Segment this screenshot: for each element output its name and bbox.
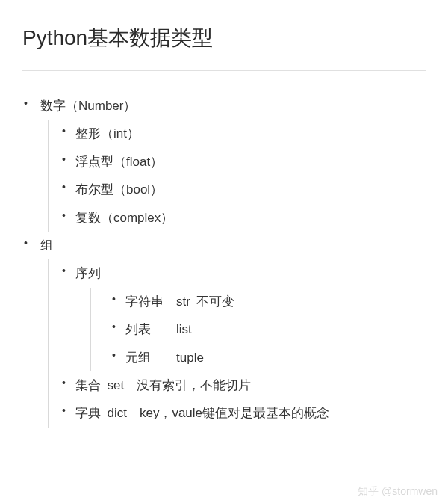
item-label: 复数（complex） bbox=[75, 211, 173, 225]
item-label: 字典 dict key，vaule键值对是最基本的概念 bbox=[75, 406, 329, 420]
list-item: 集合 set 没有索引，不能切片 bbox=[49, 371, 426, 399]
item-label: 组 bbox=[40, 238, 53, 253]
item-label: 浮点型（float） bbox=[75, 155, 163, 169]
list-item: 整形（int） bbox=[49, 120, 426, 147]
item-label: 集合 set 没有索引，不能切片 bbox=[75, 378, 251, 392]
list-item: 序列 字符串 str 不可变 列表 list 元组 tuple bbox=[49, 259, 426, 371]
list-item: 字典 dict key，vaule键值对是最基本的概念 bbox=[49, 399, 426, 427]
item-label: 整形（int） bbox=[75, 126, 140, 141]
outline-root: 数字（Number） 整形（int） 浮点型（float） 布尔型（bool） … bbox=[22, 92, 426, 428]
list-item: 数字（Number） 整形（int） 浮点型（float） 布尔型（bool） … bbox=[22, 92, 426, 232]
item-label: 元组 tuple bbox=[125, 351, 204, 365]
list-item: 元组 tuple bbox=[91, 344, 426, 371]
item-label: 布尔型（bool） bbox=[75, 182, 163, 197]
item-label: 列表 list bbox=[125, 322, 192, 336]
list-item: 字符串 str 不可变 bbox=[91, 288, 426, 315]
page-title: Python基本数据类型 bbox=[22, 24, 426, 52]
list-item: 复数（complex） bbox=[49, 204, 426, 232]
sublist: 序列 字符串 str 不可变 列表 list 元组 tuple 集合 set 没… bbox=[48, 259, 426, 427]
list-item: 浮点型（float） bbox=[49, 148, 426, 176]
list-item: 组 序列 字符串 str 不可变 列表 list 元组 tuple 集合 set… bbox=[22, 232, 426, 428]
divider bbox=[22, 70, 426, 71]
sublist: 整形（int） 浮点型（float） 布尔型（bool） 复数（complex） bbox=[48, 120, 426, 232]
list-item: 列表 list bbox=[91, 315, 426, 343]
list-item: 布尔型（bool） bbox=[49, 176, 426, 203]
watermark: 知乎 @stormwen bbox=[358, 485, 438, 499]
subsublist: 字符串 str 不可变 列表 list 元组 tuple bbox=[90, 288, 426, 371]
item-label: 数字（Number） bbox=[40, 99, 136, 113]
item-label: 序列 bbox=[75, 266, 101, 280]
item-label: 字符串 str 不可变 bbox=[125, 294, 234, 309]
